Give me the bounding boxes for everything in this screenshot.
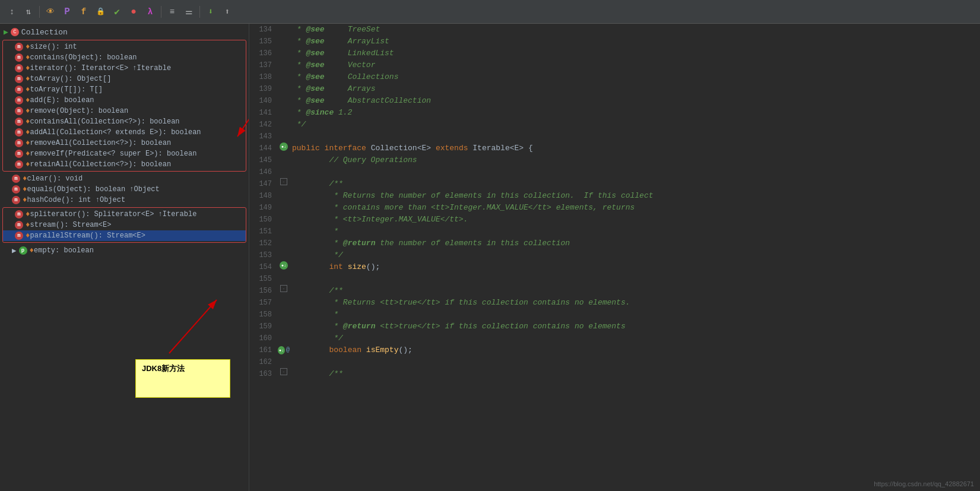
check-button[interactable]: ✔: [110, 5, 124, 19]
line-num-160: 160: [249, 332, 278, 344]
code-line-157: 157 * Returns <tt>true</tt> if this coll…: [249, 297, 980, 309]
tree-item-add[interactable]: m ♦ add(E): boolean: [3, 95, 246, 106]
code-content-145: // Query Operations: [290, 154, 980, 166]
method-label-removeif: removeIf(Predicate<? super E>): boolean: [30, 150, 197, 158]
fold-icon-156[interactable]: -: [280, 285, 287, 292]
code-editor-panel: 134 * @see TreeSet 135 * @see ArrayList …: [249, 24, 980, 491]
method-label-clear: clear(): void: [27, 175, 83, 183]
line-num-136: 136: [249, 47, 278, 59]
code-line-159: 159 * @return <tt>true</tt> if this coll…: [249, 321, 980, 332]
line-num-137: 137: [249, 59, 278, 71]
line-num-143: 143: [249, 131, 278, 142]
method-label-equals: equals(Object): boolean ↑Object: [27, 185, 160, 194]
code-content-139: * @see Arrays: [290, 83, 980, 95]
code-content-160: */: [290, 332, 980, 344]
tree-item-stream[interactable]: m ♦ stream(): Stream<E>: [3, 220, 246, 230]
modifier-size: ♦: [26, 43, 30, 51]
code-line-145: 145 // Query Operations: [249, 154, 980, 166]
line-num-156: 156: [249, 285, 278, 297]
tree-item-containsall[interactable]: m ♦ containsAll(Collection<?>): boolean: [3, 116, 246, 127]
export-button[interactable]: ⬆: [220, 5, 234, 19]
line-num-155: 155: [249, 273, 278, 285]
code-line-136: 136 * @see LinkedList: [249, 47, 980, 59]
tree-item-hashcode[interactable]: m ♦ hashCode(): int ↑Object: [0, 195, 249, 205]
tree-root-label: Collection: [21, 28, 68, 37]
tree-item-empty[interactable]: ▶ p ♦ empty: boolean: [0, 245, 249, 256]
property-button[interactable]: P: [60, 5, 74, 19]
filter2-button[interactable]: ⚌: [182, 5, 196, 19]
code-content-148: * Returns the number of elements in this…: [290, 190, 980, 202]
modifier-addall: ♦: [26, 128, 30, 137]
tree-item-retainall[interactable]: m ♦ retainAll(Collection<?>): boolean: [3, 159, 246, 170]
tree-item-remove[interactable]: m ♦ remove(Object): boolean: [3, 106, 246, 116]
code-line-151: 151 *: [249, 226, 980, 237]
modifier-spliterator: ♦: [26, 210, 30, 218]
sort-button[interactable]: ⇅: [21, 5, 36, 19]
tree-item-parallelstream[interactable]: m ♦ parallelStream(): Stream<E>: [3, 230, 246, 241]
fold-icon-163[interactable]: -: [280, 368, 287, 375]
method-icon-size: m: [15, 43, 23, 51]
code-content-158: *: [290, 309, 980, 321]
code-content-144: public interface Collection<E> extends I…: [290, 142, 980, 154]
modifier-add: ♦: [26, 96, 30, 104]
toolbar-separator-2: [161, 6, 161, 18]
code-line-160: 160 */: [249, 332, 980, 344]
modifier-removeall: ♦: [26, 139, 30, 147]
modifier-empty: ♦: [30, 246, 34, 255]
arrow-jdk8: [169, 353, 217, 386]
method-label-hashcode: hashCode(): int ↑Object: [27, 196, 126, 204]
code-content-154: int size();: [290, 261, 980, 273]
code-content-159: * @return <tt>true</tt> if this collecti…: [290, 321, 980, 332]
filter-button[interactable]: ≡: [165, 5, 179, 19]
collection-icon: ▶: [4, 27, 8, 37]
modifier-toarray: ♦: [26, 75, 30, 83]
code-line-141: 141 * @since 1.2: [249, 107, 980, 119]
tree-item-clear[interactable]: m ♦ clear(): void: [0, 173, 249, 184]
tree-item-toarray[interactable]: m ♦ toArray(): Object[]: [3, 74, 246, 84]
modifier-iterator: ♦: [26, 64, 30, 72]
method-label-add: add(E): boolean: [30, 96, 94, 104]
line-num-134: 134: [249, 24, 278, 36]
field-button[interactable]: f: [77, 5, 91, 19]
tree-item-toarrayt[interactable]: m ♦ toArray(T[]): T[]: [3, 84, 246, 95]
tree-item-addall[interactable]: m ♦ addAll(Collection<? extends E>): boo…: [3, 127, 246, 138]
fold-icon-147[interactable]: -: [280, 178, 287, 185]
tree-item-removeall[interactable]: m ♦ removeAll(Collection<?>): boolean: [3, 138, 246, 148]
code-content-153: */: [290, 249, 980, 261]
toolbar-separator-1: [39, 6, 40, 18]
method-icon-removeall: m: [15, 139, 23, 147]
code-content-149: * contains more than <tt>Integer.MAX_VAL…: [290, 202, 980, 214]
download-button[interactable]: ⬇: [204, 5, 218, 19]
method-icon-retainall: m: [15, 160, 23, 169]
tree-item-removeif[interactable]: m ♦ removeIf(Predicate<? super E>): bool…: [3, 148, 246, 159]
method-label-removeall: removeAll(Collection<?>): boolean: [30, 139, 172, 147]
line-num-157: 157: [249, 297, 278, 309]
tree-item-equals[interactable]: m ♦ equals(Object): boolean ↑Object: [0, 184, 249, 195]
line-num-146: 146: [249, 166, 278, 178]
line-num-140: 140: [249, 95, 278, 107]
tree-root-collection[interactable]: ▶ C Collection: [0, 26, 249, 38]
lock-button[interactable]: 🔒: [93, 5, 107, 19]
svg-line-3: [169, 300, 217, 353]
impl-icon-144: ●↓: [280, 142, 288, 151]
gutter-156: -: [278, 285, 290, 292]
method-icon-toarray: m: [15, 75, 23, 83]
tree-item-iterator[interactable]: m ♦ iterator(): Iterator<E> ↑Iterable: [3, 63, 246, 74]
method-icon-parallelstream: m: [15, 232, 23, 240]
impl-icon-161: ●↓: [278, 346, 285, 354]
gutter-154: ●↓: [278, 261, 290, 270]
tree-item-spliterator[interactable]: m ♦ spliterator(): Spliterator<E> ↑Itera…: [3, 209, 246, 220]
code-line-153: 153 */: [249, 249, 980, 261]
code-area[interactable]: 134 * @see TreeSet 135 * @see ArrayList …: [249, 24, 980, 491]
lambda-button[interactable]: λ: [143, 5, 157, 19]
circle-button[interactable]: ●: [126, 5, 141, 19]
modifier-parallelstream: ♦: [26, 232, 30, 240]
code-content-137: * @see Vector: [290, 59, 980, 71]
sort-alpha-button[interactable]: ↕: [5, 5, 19, 19]
visibility-button[interactable]: 👁: [43, 5, 58, 19]
jdk8-methods-group: m ♦ spliterator(): Spliterator<E> ↑Itera…: [2, 207, 246, 243]
line-num-147: 147: [249, 178, 278, 190]
tree-item-size[interactable]: m ♦ size(): int: [3, 42, 246, 52]
code-line-146: 146: [249, 166, 980, 178]
tree-item-contains[interactable]: m ♦ contains(Object): boolean: [3, 52, 246, 63]
